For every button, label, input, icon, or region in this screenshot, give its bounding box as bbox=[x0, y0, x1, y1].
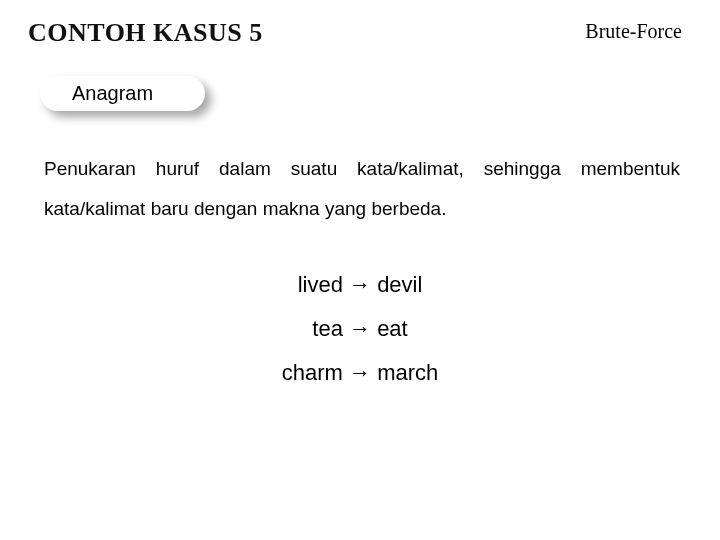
slide-title: CONTOH KASUS 5 bbox=[28, 18, 263, 48]
arrow-icon: → bbox=[349, 272, 371, 297]
arrow-icon: → bbox=[349, 360, 371, 385]
example-row: tea → eat bbox=[0, 307, 720, 351]
slide-header: CONTOH KASUS 5 Brute-Force bbox=[0, 0, 720, 48]
example-to: devil bbox=[377, 272, 422, 297]
example-to: march bbox=[377, 360, 438, 385]
example-from: lived bbox=[298, 272, 343, 297]
subheading-badge: Anagram bbox=[40, 76, 205, 111]
example-from: charm bbox=[282, 360, 343, 385]
example-row: lived → devil bbox=[0, 263, 720, 307]
topic-badge: Brute-Force bbox=[571, 18, 692, 45]
arrow-icon: → bbox=[349, 316, 371, 341]
example-to: eat bbox=[377, 316, 408, 341]
description-paragraph: Penukaran huruf dalam suatu kata/kalimat… bbox=[0, 111, 720, 229]
example-row: charm → march bbox=[0, 351, 720, 395]
examples-block: lived → devil tea → eat charm → march bbox=[0, 263, 720, 395]
example-from: tea bbox=[312, 316, 343, 341]
